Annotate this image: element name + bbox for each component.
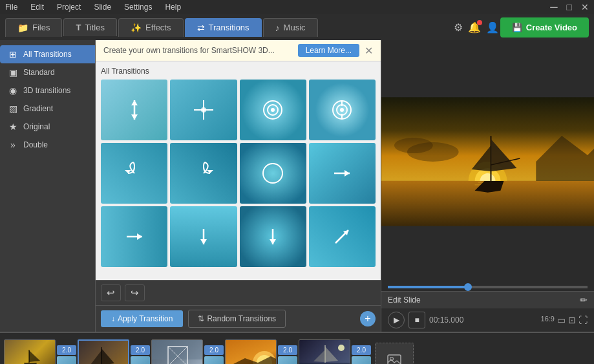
- svg-marker-1: [131, 100, 138, 105]
- sidebar-item-double[interactable]: » Double: [0, 136, 95, 154]
- ratio-label: 16:9: [541, 315, 555, 325]
- svg-marker-2: [131, 114, 138, 120]
- slide-thumb-3[interactable]: [151, 339, 203, 364]
- gradient-icon: ▨: [8, 103, 18, 114]
- transition-thumb-8[interactable]: [309, 143, 376, 204]
- standard-icon: ▣: [8, 67, 18, 78]
- transition-badge-1[interactable]: 2.0: [57, 345, 76, 364]
- notifications-btn[interactable]: 🔔: [468, 21, 481, 34]
- transition-thumb-9[interactable]: [101, 206, 167, 267]
- sidebar-item-all-transitions[interactable]: ⊞ All Transitions: [0, 45, 95, 63]
- transition-badge-5[interactable]: 2.0: [352, 345, 371, 364]
- edit-slide-bar: Edit Slide ✏: [381, 291, 594, 308]
- sidebar-item-gradient[interactable]: ▨ Gradient: [0, 100, 95, 118]
- transition-thumb-2[interactable]: [170, 80, 237, 140]
- main-area: ⊞ All Transitions ▣ Standard ◉ 3D transi…: [0, 40, 594, 332]
- random-icon: ⇅: [198, 314, 204, 323]
- preview-image: [381, 40, 594, 283]
- svg-marker-21: [200, 239, 207, 244]
- window-close[interactable]: ✕: [578, 1, 591, 14]
- slide-thumb-4[interactable]: [225, 339, 277, 364]
- sidebar-item-3d[interactable]: ◉ 3D transitions: [0, 81, 95, 100]
- random-transitions-button[interactable]: ⇅ Random Transitions: [188, 310, 286, 328]
- sidebar: ⊞ All Transitions ▣ Standard ◉ 3D transi…: [0, 40, 96, 332]
- transition-thumb-10[interactable]: [170, 206, 237, 267]
- banner-text: Create your own transitions for SmartSHO…: [103, 46, 275, 55]
- progress-bar[interactable]: [388, 286, 588, 288]
- progress-fill: [388, 286, 468, 288]
- menu-item-settings[interactable]: Settings: [122, 1, 154, 13]
- apply-transition-button[interactable]: ↓ Apply Transition: [101, 310, 183, 327]
- svg-marker-23: [270, 239, 276, 244]
- tab-music[interactable]: ♪ Music: [263, 18, 318, 37]
- apply-icon: ↓: [111, 314, 115, 323]
- sidebar-item-standard[interactable]: ▣ Standard: [0, 63, 95, 81]
- add-photo-button[interactable]: Add Photo: [375, 343, 414, 364]
- menu-item-edit[interactable]: Edit: [28, 1, 47, 13]
- svg-point-37: [394, 138, 433, 153]
- svg-marker-19: [137, 233, 142, 240]
- settings-icon-btn[interactable]: ⚙: [454, 21, 463, 34]
- progress-thumb[interactable]: [464, 283, 472, 291]
- slide-item-5: 05 ✏ 🔊 7.0: [299, 339, 350, 364]
- notification-dot: [477, 20, 482, 25]
- menu-bar: File Edit Project Slide Settings Help ─ …: [0, 0, 594, 14]
- tab-files[interactable]: 📁 Files: [5, 18, 62, 37]
- menu-item-file[interactable]: File: [3, 1, 20, 13]
- transition-thumb-6[interactable]: [170, 143, 237, 204]
- slide-thumb-5[interactable]: [299, 339, 350, 364]
- transition-thumb-3[interactable]: [240, 80, 306, 140]
- all-transitions-icon: ⊞: [8, 49, 18, 59]
- menu-item-help[interactable]: Help: [162, 1, 184, 13]
- time-display: 00:15.000: [429, 316, 463, 325]
- slide-thumb-1[interactable]: [4, 339, 56, 364]
- ratio-standard-btn[interactable]: ▭: [557, 315, 566, 325]
- transition-thumb-4[interactable]: [309, 80, 376, 140]
- transition-thumb-11[interactable]: [240, 206, 306, 267]
- edit-slide-button[interactable]: ✏: [580, 295, 588, 305]
- transition-thumb-1[interactable]: [101, 80, 167, 140]
- add-transition-button[interactable]: +: [360, 311, 376, 327]
- account-btn[interactable]: 👤: [486, 21, 499, 34]
- slide-item-4: 04 ✏ 🔊 7.0: [225, 339, 277, 364]
- window-minimize[interactable]: ─: [547, 0, 560, 14]
- ratio-wide-btn[interactable]: ⊡: [568, 315, 576, 325]
- learn-more-button[interactable]: Learn More...: [298, 44, 359, 57]
- slide-item-1: 01 ✏ 🔊 5.0: [4, 339, 56, 364]
- svg-marker-17: [345, 170, 350, 177]
- transition-badge-3[interactable]: 2.0: [204, 345, 224, 364]
- play-button[interactable]: ▶: [388, 312, 405, 328]
- transitions-area: All Transitions: [96, 61, 381, 280]
- transition-badge-4[interactable]: 2.0: [278, 345, 297, 364]
- transition-thumb-5[interactable]: [101, 143, 167, 204]
- transition-thumb-12[interactable]: [309, 206, 376, 267]
- menu-item-project[interactable]: Project: [54, 1, 83, 13]
- tab-titles[interactable]: T Titles: [63, 18, 117, 36]
- svg-point-5: [201, 107, 206, 112]
- slide-item-2: 02 ✏ 🔊 7.0: [78, 339, 129, 364]
- fullscreen-btn[interactable]: ⛶: [578, 315, 588, 325]
- transition-badge-2[interactable]: 2.0: [131, 345, 150, 364]
- files-icon: 📁: [17, 23, 28, 33]
- preview-panel: Edit Slide ✏ ▶ ■ 00:15.000 16:9 ▭ ⊡ ⛶: [381, 40, 594, 332]
- double-icon: »: [8, 140, 18, 150]
- window-maximize[interactable]: □: [564, 1, 575, 14]
- transitions-section-label: All Transitions: [101, 67, 376, 76]
- tab-transitions[interactable]: ⇄ Transitions: [185, 18, 262, 37]
- menu-item-slide[interactable]: Slide: [91, 1, 114, 13]
- original-icon: ★: [8, 122, 18, 132]
- undo-button[interactable]: ↩: [101, 284, 121, 301]
- content-panel: Create your own transitions for SmartSHO…: [96, 40, 381, 332]
- promo-banner: Create your own transitions for SmartSHO…: [96, 40, 381, 61]
- save-icon: 💾: [512, 23, 522, 32]
- tab-effects[interactable]: ✨ Effects: [118, 18, 184, 37]
- edit-slide-label: Edit Slide: [388, 295, 421, 305]
- playback-controls: ▶ ■ 00:15.000 16:9 ▭ ⊡ ⛶: [381, 308, 594, 332]
- slide-thumb-2[interactable]: [78, 339, 129, 364]
- redo-button[interactable]: ↪: [125, 284, 145, 301]
- transition-thumb-7[interactable]: [240, 143, 306, 204]
- create-video-button[interactable]: 💾 Create Video: [500, 17, 589, 37]
- sidebar-item-original[interactable]: ★ Original: [0, 118, 95, 136]
- banner-close-button[interactable]: ✕: [365, 45, 373, 57]
- stop-button[interactable]: ■: [408, 312, 425, 328]
